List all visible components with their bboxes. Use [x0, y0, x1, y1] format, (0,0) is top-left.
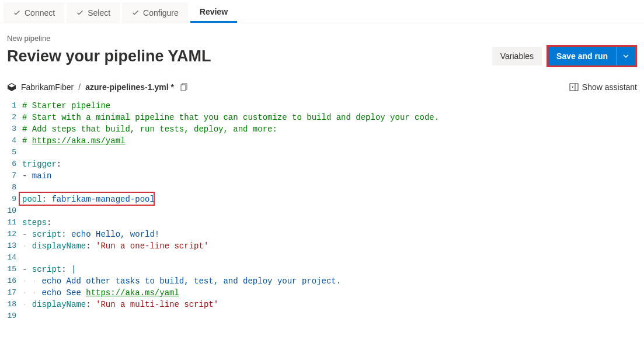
line-number: 3 — [0, 123, 22, 135]
check-icon — [131, 9, 140, 17]
line-number: 1 — [0, 100, 22, 112]
editor-line[interactable]: 16· · echo Add other tasks to build, tes… — [0, 275, 644, 287]
check-icon — [76, 9, 84, 17]
line-code[interactable]: steps: — [22, 217, 644, 229]
line-code[interactable]: # Start with a minimal pipeline that you… — [22, 112, 644, 123]
line-code[interactable]: · · echo See https://aka.ms/yaml — [22, 287, 644, 299]
file-subheader: FabrikamFiber / azure-pipelines-1.yml * … — [0, 74, 644, 96]
wizard-step-connect[interactable]: Connect — [4, 2, 64, 23]
line-number: 11 — [0, 217, 22, 229]
line-code[interactable]: · displayName: 'Run a one-line script' — [22, 240, 644, 252]
editor-line[interactable]: 19 — [0, 310, 644, 322]
wizard-step-label: Configure — [143, 8, 179, 18]
line-code[interactable]: pool: fabrikam-managed-pool — [22, 193, 644, 205]
line-code[interactable]: - script: echo Hello, world! — [22, 229, 644, 240]
line-number: 12 — [0, 229, 22, 240]
editor-line[interactable]: 3# Add steps that build, run tests, depl… — [0, 123, 644, 135]
svg-rect-0 — [181, 85, 186, 91]
page-header: New pipeline Review your pipeline YAML V… — [0, 23, 644, 74]
yaml-editor[interactable]: 1# Starter pipeline2# Start with a minim… — [0, 96, 644, 322]
wizard-step-label: Connect — [25, 8, 55, 18]
editor-line[interactable]: 1# Starter pipeline — [0, 100, 644, 112]
line-number: 15 — [0, 264, 22, 275]
line-code[interactable] — [22, 252, 644, 264]
check-icon — [13, 9, 21, 17]
editor-line[interactable]: 12- script: echo Hello, world! — [0, 229, 644, 240]
editor-line[interactable]: 15- script: | — [0, 264, 644, 275]
line-code[interactable] — [22, 147, 644, 158]
editor-line[interactable]: 2# Start with a minimal pipeline that yo… — [0, 112, 644, 123]
line-number: 14 — [0, 252, 22, 264]
editor-line[interactable]: 13· displayName: 'Run a one-line script' — [0, 240, 644, 252]
show-assistant-label: Show assistant — [582, 82, 637, 92]
file-name[interactable]: azure-pipelines-1.yml * — [85, 82, 174, 92]
editor-line[interactable]: 4# https://aka.ms/yaml — [0, 135, 644, 147]
line-number: 17 — [0, 287, 22, 299]
line-code[interactable] — [22, 182, 644, 193]
repo-name[interactable]: FabrikamFiber — [21, 82, 74, 92]
editor-line[interactable]: 17· · echo See https://aka.ms/yaml — [0, 287, 644, 299]
variables-button[interactable]: Variables — [492, 47, 542, 65]
svg-rect-1 — [570, 84, 578, 91]
line-code[interactable] — [22, 205, 644, 217]
line-code[interactable]: · · echo Add other tasks to build, test,… — [22, 275, 644, 287]
save-run-dropdown-button[interactable] — [616, 47, 635, 65]
wizard-steps: Connect Select Configure Review — [0, 0, 644, 23]
editor-line[interactable]: 7- main — [0, 170, 644, 182]
wizard-step-label: Select — [88, 8, 110, 18]
line-number: 18 — [0, 299, 22, 310]
page-title: Review your pipeline YAML — [7, 47, 211, 65]
save-run-split-button-highlight: Save and run — [546, 45, 637, 67]
line-code[interactable]: - script: | — [22, 264, 644, 275]
breadcrumb: New pipeline — [7, 34, 637, 43]
repo-icon — [7, 82, 16, 92]
wizard-step-select[interactable]: Select — [67, 2, 120, 23]
separator: / — [78, 82, 81, 92]
editor-line[interactable]: 18· displayName: 'Run a multi-line scrip… — [0, 299, 644, 310]
header-actions: Variables Save and run — [492, 45, 637, 67]
line-code[interactable]: - main — [22, 170, 644, 182]
line-number: 2 — [0, 112, 22, 123]
editor-line[interactable]: 6trigger: — [0, 158, 644, 170]
editor-line[interactable]: 8 — [0, 182, 644, 193]
editor-line[interactable]: 5 — [0, 147, 644, 158]
line-number: 13 — [0, 240, 22, 252]
line-number: 19 — [0, 310, 22, 322]
wizard-step-configure[interactable]: Configure — [122, 2, 188, 23]
show-assistant-button[interactable]: Show assistant — [569, 82, 637, 92]
editor-line[interactable]: 11steps: — [0, 217, 644, 229]
file-breadcrumb: FabrikamFiber / azure-pipelines-1.yml * — [7, 82, 188, 92]
line-code[interactable]: trigger: — [22, 158, 644, 170]
editor-line[interactable]: 10 — [0, 205, 644, 217]
line-code[interactable]: # Starter pipeline — [22, 100, 644, 112]
wizard-step-label: Review — [200, 7, 228, 16]
line-number: 6 — [0, 158, 22, 170]
save-run-button[interactable]: Save and run — [548, 47, 616, 65]
line-number: 5 — [0, 147, 22, 158]
line-number: 4 — [0, 135, 22, 147]
line-number: 16 — [0, 275, 22, 287]
editor-line[interactable]: 14 — [0, 252, 644, 264]
yaml-editor-wrap: 1# Starter pipeline2# Start with a minim… — [0, 96, 644, 322]
line-code[interactable]: # https://aka.ms/yaml — [22, 135, 644, 147]
panel-collapse-icon — [569, 82, 579, 92]
line-number: 10 — [0, 205, 22, 217]
line-number: 9 — [0, 193, 22, 205]
line-number: 7 — [0, 170, 22, 182]
line-code[interactable]: · displayName: 'Run a multi-line script' — [22, 299, 644, 310]
wizard-step-review[interactable]: Review — [190, 2, 237, 23]
line-code[interactable]: # Add steps that build, run tests, deplo… — [22, 123, 644, 135]
line-number: 8 — [0, 182, 22, 193]
line-code[interactable] — [22, 310, 644, 322]
editor-line[interactable]: 9pool: fabrikam-managed-pool — [0, 193, 644, 205]
copy-icon[interactable] — [179, 82, 188, 92]
chevron-down-icon — [622, 53, 629, 60]
